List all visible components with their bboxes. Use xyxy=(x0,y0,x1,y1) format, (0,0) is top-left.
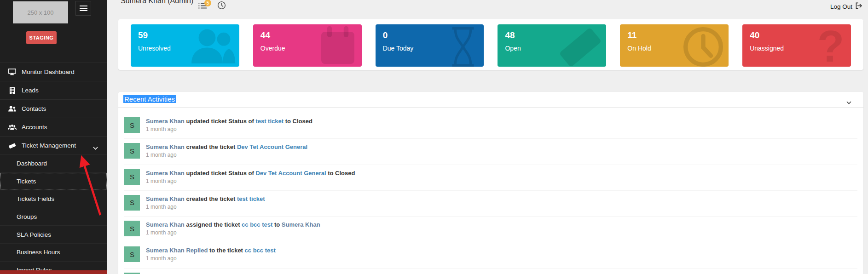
sidebar-item[interactable]: Contacts xyxy=(0,99,107,118)
activity-ticket-link[interactable]: Dev Tet Account General xyxy=(237,143,307,150)
sidebar-subitem[interactable]: Tickets Fields xyxy=(0,190,107,208)
activity-avatar: S xyxy=(124,117,140,133)
activity-plain-text: to Closed xyxy=(284,118,312,125)
stat-watermark-icon xyxy=(188,25,236,67)
activity-row: S Sumera Khan updated ticket Status of D… xyxy=(124,165,857,191)
stat-watermark-icon xyxy=(446,25,480,67)
activity-timestamp: 1 month ago xyxy=(146,126,312,132)
sidebar-subitem[interactable]: SLA Policies xyxy=(0,225,107,243)
collapse-chevron-icon[interactable] xyxy=(846,98,851,106)
activity-text: Sumera Khan updated ticket Status of tes… xyxy=(146,118,312,125)
sidebar-item-icon xyxy=(7,87,17,94)
sidebar-item[interactable]: Monitor Dashboard xyxy=(0,63,107,81)
current-user-label[interactable]: Sumera Khan (Admin) xyxy=(121,0,193,5)
activity-row: S Sumera Khan updated ticket Status of t… xyxy=(124,113,857,139)
activity-user-link[interactable]: Sumera Khan xyxy=(146,118,185,125)
activity-user-link[interactable]: Sumera Khan xyxy=(146,170,185,177)
activity-plain-text: to Closed xyxy=(326,170,355,177)
clock-icon[interactable] xyxy=(217,1,226,11)
activity-row: S Sumera Khan created the ticket test ti… xyxy=(124,191,857,217)
activity-plain-text: assigned the ticket xyxy=(185,221,242,228)
stat-card[interactable]: 11 On Hold xyxy=(620,24,729,67)
stat-watermark-icon xyxy=(558,25,602,67)
sidebar-bottom-item-partial xyxy=(0,270,107,274)
activity-ticket-link[interactable]: Dev Tet Account General xyxy=(255,170,326,177)
activity-timestamp: 1 month ago xyxy=(146,204,265,210)
activity-plain-text: to xyxy=(272,221,282,228)
chevron-down-icon xyxy=(93,144,98,151)
logout-button[interactable]: Log Out xyxy=(830,2,863,11)
activity-ticket-link[interactable]: test ticket xyxy=(237,195,265,202)
sidebar-sub-nav: Dashboard Tickets Tickets Fields Groups … xyxy=(0,154,107,274)
logout-label: Log Out xyxy=(830,3,852,10)
sidebar-item-label: Accounts xyxy=(22,124,47,131)
activity-row: S Sumera Khan assigned the ticket cc bcc… xyxy=(124,217,857,242)
activity-user-link[interactable]: Sumera Khan Replied xyxy=(146,247,208,254)
activity-ticket-link[interactable]: cc bcc test xyxy=(242,221,272,228)
sidebar-subitem[interactable]: Dashboard xyxy=(0,154,107,172)
sidebar-subitem-label: Business Hours xyxy=(17,249,60,256)
activity-avatar: S xyxy=(124,246,140,262)
activity-row xyxy=(124,268,857,274)
activity-timestamp: 1 month ago xyxy=(146,152,307,158)
sidebar-item-label: Leads xyxy=(22,87,39,94)
sidebar-subitem-label: Dashboard xyxy=(17,160,47,167)
activity-plain-text: created the ticket xyxy=(185,143,237,150)
activity-row: S Sumera Khan Replied to the ticket cc b… xyxy=(124,242,857,268)
sidebar-item-label: Monitor Dashboard xyxy=(22,68,75,75)
recent-activities-header: Recent Activities xyxy=(118,92,863,108)
stat-watermark-icon: ? xyxy=(814,25,847,67)
activity-user-link[interactable]: Sumera Khan xyxy=(146,195,185,202)
sidebar-item[interactable]: Ticket Management xyxy=(0,136,107,154)
sidebar-item-icon xyxy=(7,105,17,112)
stat-card[interactable]: 0 Due Today xyxy=(376,24,484,67)
sidebar-subitem-label: SLA Policies xyxy=(17,231,51,238)
activity-list: S Sumera Khan updated ticket Status of t… xyxy=(118,108,863,274)
sidebar-main-nav: Monitor Dashboard Leads Contacts xyxy=(0,63,107,154)
activity-plain-text: to the ticket xyxy=(208,247,244,254)
activity-user-link[interactable]: Sumera Khan xyxy=(282,221,320,228)
stat-card[interactable]: 59 Unresolved xyxy=(131,24,239,67)
activity-ticket-link[interactable]: test ticket xyxy=(255,118,284,125)
sidebar-subitem[interactable]: Business Hours xyxy=(0,243,107,261)
sidebar-subitem[interactable]: Groups xyxy=(0,208,107,226)
activity-plain-text: updated ticket Status of xyxy=(185,118,256,125)
recent-activities-title: Recent Activities xyxy=(123,95,176,103)
activity-user-link[interactable]: Sumera Khan xyxy=(146,221,185,228)
recent-activities-panel: Recent Activities S Sumera Khan updated … xyxy=(118,92,863,274)
stat-card[interactable]: 44 Overdue xyxy=(253,24,362,67)
sidebar-item[interactable]: Accounts xyxy=(0,118,107,136)
stat-watermark-icon xyxy=(682,25,725,67)
hamburger-icon xyxy=(80,6,87,6)
svg-text:?: ? xyxy=(817,25,845,67)
stat-watermark-icon xyxy=(318,25,358,67)
sidebar-item[interactable]: Leads xyxy=(0,81,107,99)
sidebar: 250 x 100 STAGING Monitor Dashboard xyxy=(0,0,107,274)
sidebar-toggle-button[interactable] xyxy=(75,1,91,16)
sidebar-subitem-label: Tickets xyxy=(17,178,36,185)
activity-avatar: S xyxy=(124,195,140,211)
stat-cards: 59 Unresolved 44 Overdue 0 Due Today xyxy=(131,24,851,67)
sidebar-subitem-label: Tickets Fields xyxy=(17,195,54,202)
activity-plain-text: created the ticket xyxy=(185,195,237,202)
activity-ticket-link[interactable]: cc bcc test xyxy=(245,247,276,254)
activity-avatar: S xyxy=(124,221,140,236)
page: 250 x 100 STAGING Monitor Dashboard xyxy=(0,0,868,274)
activity-user-link[interactable]: Sumera Khan xyxy=(146,143,185,150)
stat-card[interactable]: 40 Unassigned ? xyxy=(742,24,851,67)
activity-timestamp: 1 month ago xyxy=(146,255,276,262)
activity-avatar: S xyxy=(124,143,140,159)
sidebar-subitem-label: Groups xyxy=(17,213,37,220)
activity-text: Sumera Khan assigned the ticket cc bcc t… xyxy=(146,221,320,228)
activity-timestamp: 1 month ago xyxy=(146,178,355,184)
sidebar-item-label: Ticket Management xyxy=(22,142,76,149)
logout-icon xyxy=(855,2,863,11)
stat-card[interactable]: 48 Open xyxy=(498,24,606,67)
activity-avatar: S xyxy=(124,169,140,185)
activity-row: S Sumera Khan created the ticket Dev Tet… xyxy=(124,139,857,165)
notification-count-badge: 5 xyxy=(204,0,211,6)
activity-text: Sumera Khan updated ticket Status of Dev… xyxy=(146,170,355,177)
sidebar-subitem[interactable]: Tickets xyxy=(0,172,107,190)
sidebar-item-icon xyxy=(7,68,17,75)
top-header: Sumera Khan (Admin) 5 Log Out xyxy=(107,0,868,15)
